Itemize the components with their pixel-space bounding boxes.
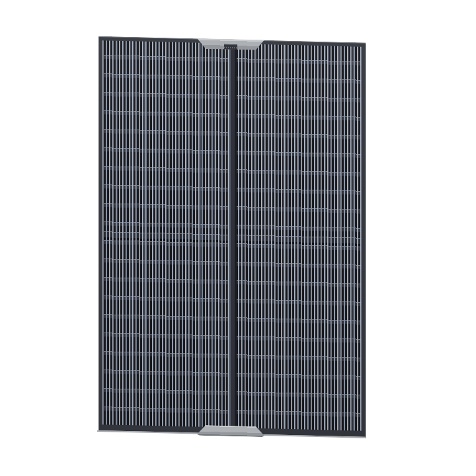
mesh-panel [99,36,366,437]
render-canvas [0,0,476,476]
top-clamp [197,38,264,50]
center-post [229,43,237,429]
brand-plate [224,44,237,50]
